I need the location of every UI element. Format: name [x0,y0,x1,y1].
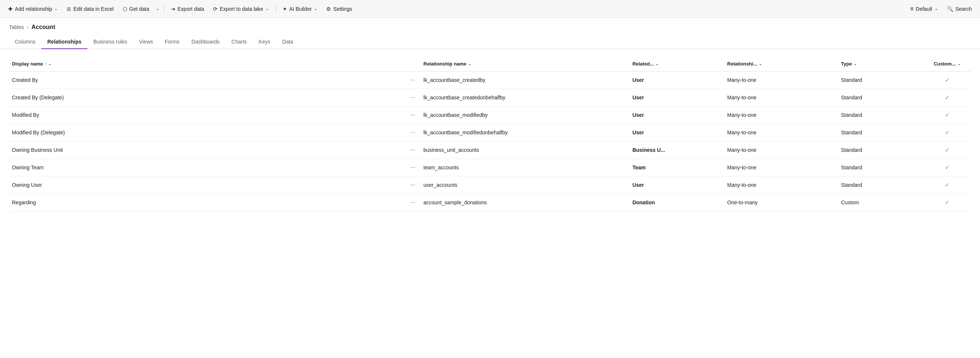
row-menu-button[interactable]: ··· [408,93,417,101]
col-menu [405,57,420,72]
cell-type: Standard [838,72,923,89]
table-row: Regarding ··· account_sample_donations D… [9,194,971,211]
export-lake-chevron-icon: ⌄ [266,6,269,11]
row-menu-button[interactable]: ··· [408,198,417,206]
get-data-label: Get data [129,6,150,12]
table-row: Modified By (Delegate) ··· lk_accountbas… [9,124,971,141]
rel-name-filter-icon[interactable]: ⌄ [468,61,471,66]
custom-check-icon: ✓ [945,165,950,171]
export-data-button[interactable]: ⇥ Export data [167,4,208,14]
cell-menu: ··· [405,159,420,176]
default-label: Default [916,6,932,12]
cell-relationship-name: user_accounts [421,176,630,194]
tab-columns[interactable]: Columns [9,35,41,49]
cell-relationship-name: lk_accountbase_modifiedonbehalfby [421,124,630,141]
cell-related: User [629,106,724,124]
export-lake-icon: ⟳ [213,6,218,12]
tab-views[interactable]: Views [133,35,159,49]
tab-dashboards[interactable]: Dashboards [186,35,226,49]
default-button[interactable]: ≡ Default ⌄ [906,3,942,14]
relationship-filter-icon[interactable]: ⌄ [759,61,762,66]
toolbar: ✚ Add relationship ⌄ ⊞ Edit data in Exce… [0,0,980,18]
tab-charts[interactable]: Charts [225,35,253,49]
col-relationship-name-label: Relationship name [423,61,467,67]
get-data-chevron-button[interactable]: ⌄ [154,4,161,13]
cell-custom: ✓ [923,176,971,194]
table-row: Owning Business Unit ··· business_unit_a… [9,141,971,159]
custom-check-icon: ✓ [945,129,950,136]
search-button[interactable]: 🔍 Search [943,4,975,14]
cell-menu: ··· [405,106,420,124]
cell-type: Standard [838,106,923,124]
search-icon: 🔍 [947,6,953,12]
cell-menu: ··· [405,141,420,159]
cell-related: Donation [629,194,724,211]
col-type[interactable]: Type ⌄ [838,57,923,72]
cell-related: Team [629,159,724,176]
related-filter-icon[interactable]: ⌄ [655,61,659,66]
breadcrumb: Tables › Account [9,24,971,30]
settings-button[interactable]: ⚙ Settings [323,4,356,14]
cell-custom: ✓ [923,124,971,141]
row-menu-button[interactable]: ··· [408,128,417,136]
table-header-row: Display name ↑ ⌄ Relationship name ⌄ Rel… [9,57,971,72]
get-data-chevron-icon: ⌄ [156,6,159,11]
cell-menu: ··· [405,194,420,211]
cell-display-name: Modified By (Delegate) [9,124,405,141]
edit-excel-button[interactable]: ⊞ Edit data in Excel [63,4,117,14]
cell-custom: ✓ [923,194,971,211]
cell-relationship-type: One-to-many [724,194,838,211]
row-menu-button[interactable]: ··· [408,181,417,189]
row-menu-button[interactable]: ··· [408,76,417,84]
cell-type: Standard [838,89,923,106]
add-relationship-label: Add relationship [15,6,52,12]
breadcrumb-tables-link[interactable]: Tables [9,24,24,30]
add-relationship-chevron: ⌄ [54,6,58,11]
row-menu-button[interactable]: ··· [408,146,417,154]
col-type-label: Type [841,61,852,67]
table-row: Owning Team ··· team_accounts Team Many-… [9,159,971,176]
row-menu-button[interactable]: ··· [408,163,417,171]
col-custom[interactable]: Custom... ⌄ [923,57,971,72]
tab-relationships[interactable]: Relationships [41,35,88,49]
custom-check-icon: ✓ [945,182,950,188]
cell-relationship-name: team_accounts [421,159,630,176]
col-related[interactable]: Related... ⌄ [629,57,724,72]
cell-relationship-type: Many-to-one [724,89,838,106]
col-display-name[interactable]: Display name ↑ ⌄ [9,57,405,72]
display-name-filter-icon[interactable]: ⌄ [48,61,51,66]
row-menu-button[interactable]: ··· [408,111,417,119]
cell-relationship-type: Many-to-one [724,176,838,194]
default-lines-icon: ≡ [910,6,913,12]
tab-business-rules[interactable]: Business rules [88,35,133,49]
get-data-button[interactable]: ⬡ Get data [119,4,153,14]
breadcrumb-current: Account [31,24,55,30]
tab-keys[interactable]: Keys [253,35,276,49]
tab-forms[interactable]: Forms [159,35,186,49]
add-relationship-button[interactable]: ✚ Add relationship ⌄ [5,4,61,14]
type-filter-icon[interactable]: ⌄ [854,61,857,66]
search-label: Search [955,6,972,12]
col-relationship[interactable]: Relationshi... ⌄ [724,57,838,72]
cell-relationship-name: lk_accountbase_modifiedby [421,106,630,124]
tab-data[interactable]: Data [276,35,299,49]
edit-excel-label: Edit data in Excel [73,6,113,12]
excel-icon: ⊞ [67,6,71,12]
col-relationship-name[interactable]: Relationship name ⌄ [421,57,630,72]
cell-custom: ✓ [923,159,971,176]
export-lake-button[interactable]: ⟳ Export to data lake ⌄ [209,4,273,14]
custom-check-icon: ✓ [945,147,950,153]
settings-icon: ⚙ [326,6,331,12]
default-chevron-icon: ⌄ [935,6,938,11]
cell-relationship-type: Many-to-one [724,106,838,124]
settings-label: Settings [333,6,352,12]
ai-builder-label: AI Builder [290,6,312,12]
custom-filter-icon[interactable]: ⌄ [957,61,961,66]
ai-builder-button[interactable]: ✦ AI Builder ⌄ [279,4,321,14]
cell-custom: ✓ [923,106,971,124]
table-row: Created By ··· lk_accountbase_createdby … [9,72,971,89]
toolbar-divider-2 [275,5,276,13]
cell-relationship-name: lk_accountbase_createdonbehalfby [421,89,630,106]
relationships-table: Display name ↑ ⌄ Relationship name ⌄ Rel… [9,57,971,211]
ai-builder-chevron-icon: ⌄ [314,6,317,11]
